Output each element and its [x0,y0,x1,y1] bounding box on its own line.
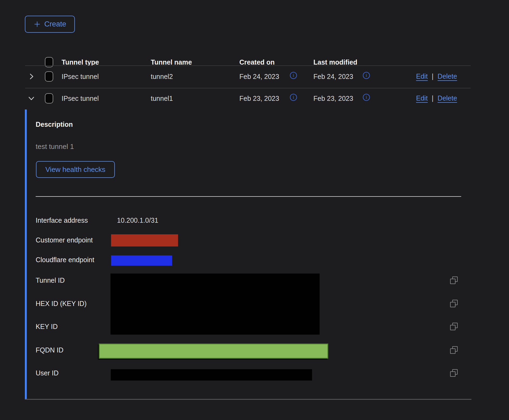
tunnel-type-cell: IPsec tunnel [62,94,99,102]
customer-endpoint-label: Customer endpoint [36,236,93,244]
table-header: Tunnel type Tunnel name Created on Last … [0,58,509,66]
tunnel-name-cell: tunnel2 [151,72,173,81]
copy-icon[interactable] [450,323,458,330]
edit-link[interactable]: Edit [416,94,428,102]
tunnel-name-cell: tunnel1 [151,94,173,102]
divider [25,88,471,88]
copy-icon[interactable] [450,276,458,284]
divider [36,196,461,197]
last-modified-cell: Feb 24, 2023 [313,72,353,81]
table-row: IPsec tunnel tunnel2 Feb 24, 2023 i Feb … [0,72,509,81]
action-separator: | [432,94,434,102]
info-icon[interactable]: i [290,94,297,101]
info-icon[interactable]: i [363,72,370,79]
description-value: test tunnel 1 [36,142,74,151]
interface-address-value: 10.200.1.0/31 [117,216,158,224]
column-header-last-modified: Last modified [313,58,357,66]
column-header-tunnel-type: Tunnel type [62,58,99,66]
delete-link[interactable]: Delete [438,94,457,102]
divider [25,399,471,400]
expanded-panel-accent-bar [25,109,27,399]
copy-icon-front-square [450,279,456,284]
view-health-checks-label: View health checks [45,165,105,174]
fqdn-id-label: FQDN ID [36,346,63,354]
description-label: Description [36,120,73,128]
copy-icon-front-square [450,371,456,377]
info-icon[interactable]: i [363,94,370,101]
created-on-cell: Feb 24, 2023 [239,72,279,81]
cloudflare-endpoint-redacted-value [111,255,172,266]
interface-address-label: Interface address [36,216,88,224]
create-button[interactable]: Create [25,16,75,33]
copy-icon[interactable] [450,369,458,377]
edit-link[interactable]: Edit [416,72,428,80]
created-on-cell: Feb 23, 2023 [239,94,279,102]
customer-endpoint-redacted-value [111,234,178,246]
last-modified-cell: Feb 23, 2023 [313,94,353,102]
copy-icon-front-square [450,325,456,330]
info-icon[interactable]: i [290,72,297,79]
copy-icon-front-square [450,302,456,307]
create-button-label: Create [44,20,66,28]
column-header-created-on: Created on [239,58,275,66]
copy-icon-front-square [450,348,456,354]
view-health-checks-button[interactable]: View health checks [36,161,115,178]
table-row: IPsec tunnel tunnel1 Feb 23, 2023 i Feb … [0,94,509,102]
fqdn-id-redacted-value [99,344,328,359]
user-id-label: User ID [36,369,59,377]
copy-icon[interactable] [450,300,458,307]
action-separator: | [432,72,434,80]
hex-id-label: HEX ID (KEY ID) [36,299,86,308]
tunnel-id-label: Tunnel ID [36,276,65,284]
key-id-label: KEY ID [36,322,58,331]
divider [25,65,471,66]
cloudflare-endpoint-label: Cloudflare endpoint [36,256,94,264]
copy-icon[interactable] [450,346,458,354]
user-id-redacted-value [111,369,312,381]
tunnel-type-cell: IPsec tunnel [62,72,99,81]
tunnel-id-hex-id-key-id-redacted-values [110,274,320,335]
column-header-tunnel-name: Tunnel name [151,58,192,66]
delete-link[interactable]: Delete [438,72,457,80]
tunnels-page: Create Tunnel type Tunnel name Created o… [0,0,509,420]
plus-icon [34,21,41,28]
